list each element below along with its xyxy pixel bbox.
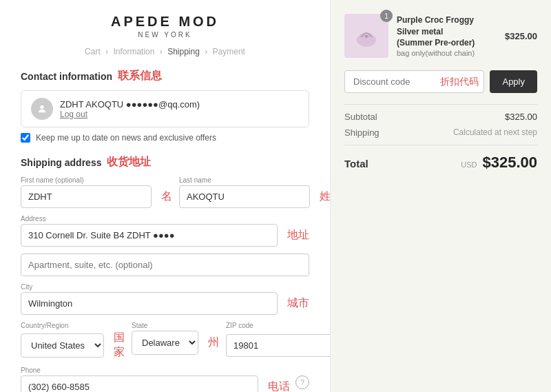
city-row: City 城市 <box>21 283 309 315</box>
svg-point-2 <box>365 35 368 38</box>
newsletter-label: Keep me up to date on news and exclusive… <box>36 133 216 143</box>
first-name-chinese: 名 <box>161 189 172 204</box>
last-name-input[interactable] <box>179 185 310 208</box>
shipping-chinese: 收货地址 <box>107 155 151 169</box>
shipping-row: Shipping Calculated at next step <box>344 127 537 138</box>
country-state-zip-row: Country/Region United States 国家 State De… <box>21 322 309 360</box>
product-variant: (Summer Pre-order) <box>397 37 497 49</box>
name-row: First name (optional) 名 Last name 姓 <box>21 176 309 208</box>
first-name-label: First name (optional) <box>21 176 172 184</box>
breadcrumb-shipping[interactable]: Shipping <box>167 47 200 56</box>
country-group: Country/Region United States 国家 <box>21 322 125 360</box>
contact-info-text: ZDHT AKOQTU ●●●●●●@qq.com) Log out <box>60 99 200 119</box>
address-input[interactable] <box>21 224 278 247</box>
right-panel: 1 Purple Croc Froggy Silver metal (Summe… <box>331 0 551 392</box>
newsletter-checkbox-row: Keep me up to date on news and exclusive… <box>21 133 309 143</box>
logo-subtitle: NEW YORK <box>21 31 309 39</box>
svg-point-0 <box>40 105 43 109</box>
product-price: $325.00 <box>505 31 537 41</box>
phone-group: Phone 电话 <box>21 367 290 392</box>
apply-button[interactable]: Apply <box>490 70 537 93</box>
total-currency: USD <box>461 161 477 169</box>
address-label: Address <box>21 215 309 223</box>
phone-row: Phone 电话 ? <box>21 367 309 392</box>
breadcrumb-sep3: › <box>205 47 207 56</box>
breadcrumb: Cart › Information › Shipping › Payment <box>21 47 309 56</box>
shipping-label: Shipping address <box>21 157 101 168</box>
total-row: Total USD $325.00 <box>344 154 537 172</box>
avatar <box>31 98 53 120</box>
state-label: State <box>132 322 219 329</box>
first-name-group: First name (optional) 名 <box>21 176 172 208</box>
zip-label: ZIP code <box>226 322 331 329</box>
apt-input[interactable] <box>21 254 309 276</box>
state-group: State Delaware 州 <box>132 322 219 360</box>
username: ZDHT AKOQTU ●●●●●●@qq.com) <box>60 99 200 110</box>
address-group: Address 地址 <box>21 215 309 247</box>
contact-box: ZDHT AKOQTU ●●●●●●@qq.com) Log out <box>21 90 309 127</box>
city-label: City <box>21 283 309 291</box>
product-info: Purple Croc Froggy Silver metal (Summer … <box>397 14 497 57</box>
address-row: Address 地址 <box>21 215 309 247</box>
discount-row: 折扣代码 Apply <box>344 70 537 93</box>
summary-divider-2 <box>344 145 537 145</box>
apt-group <box>21 254 309 276</box>
country-select[interactable]: United States <box>21 333 104 358</box>
shipping-cost-value: Calculated at next step <box>453 127 537 138</box>
contact-label: Contact information <box>21 71 112 82</box>
breadcrumb-sep2: › <box>160 47 163 56</box>
left-panel: APEDE MOD NEW YORK Cart › Information › … <box>0 0 331 392</box>
last-name-group: Last name 姓 <box>179 176 331 208</box>
logout-link[interactable]: Log out <box>60 110 200 119</box>
breadcrumb-payment[interactable]: Payment <box>213 47 245 56</box>
product-detail: bag only(without chain) <box>397 49 497 57</box>
apt-row <box>21 254 309 276</box>
subtotal-row: Subtotal $325.00 <box>344 112 537 122</box>
product-image-wrap: 1 <box>344 14 388 58</box>
city-group: City 城市 <box>21 283 309 315</box>
newsletter-checkbox[interactable] <box>21 133 30 143</box>
breadcrumb-information[interactable]: Information <box>113 47 154 56</box>
city-chinese: 城市 <box>287 296 309 311</box>
subtotal-value: $325.00 <box>505 112 537 122</box>
product-row: 1 Purple Croc Froggy Silver metal (Summe… <box>344 14 537 58</box>
shipping-cost-label: Shipping <box>344 127 380 138</box>
summary-divider-1 <box>344 104 537 105</box>
logo-area: APEDE MOD NEW YORK <box>21 14 309 39</box>
city-input[interactable] <box>21 292 278 315</box>
last-name-label: Last name <box>179 176 331 184</box>
first-name-input[interactable] <box>21 185 152 208</box>
discount-input[interactable] <box>344 70 484 93</box>
phone-chinese: 电话 <box>268 380 290 392</box>
logo-title: APEDE MOD <box>21 14 309 30</box>
contact-section-header: Contact information 联系信息 <box>21 69 309 83</box>
contact-chinese: 联系信息 <box>118 69 162 83</box>
total-label: Total <box>344 158 368 169</box>
product-name: Purple Croc Froggy Silver metal <box>397 14 497 38</box>
breadcrumb-cart[interactable]: Cart <box>85 47 101 56</box>
zip-group: ZIP code 邮编 <box>226 322 331 360</box>
subtotal-label: Subtotal <box>344 112 377 122</box>
state-chinese: 州 <box>208 336 219 350</box>
state-select[interactable]: Delaware <box>132 331 198 355</box>
phone-input[interactable] <box>21 375 258 392</box>
country-label: Country/Region <box>21 322 125 329</box>
phone-label: Phone <box>21 367 290 374</box>
phone-help-icon[interactable]: ? <box>295 375 309 389</box>
breadcrumb-sep1: › <box>105 47 108 56</box>
last-name-chinese: 姓 <box>320 189 331 204</box>
country-chinese: 国家 <box>114 331 125 360</box>
address-chinese: 地址 <box>287 228 309 243</box>
shipping-section-header: Shipping address 收货地址 <box>21 155 309 169</box>
product-badge: 1 <box>380 10 393 22</box>
zip-input[interactable] <box>226 334 331 357</box>
total-value: $325.00 <box>482 154 537 172</box>
